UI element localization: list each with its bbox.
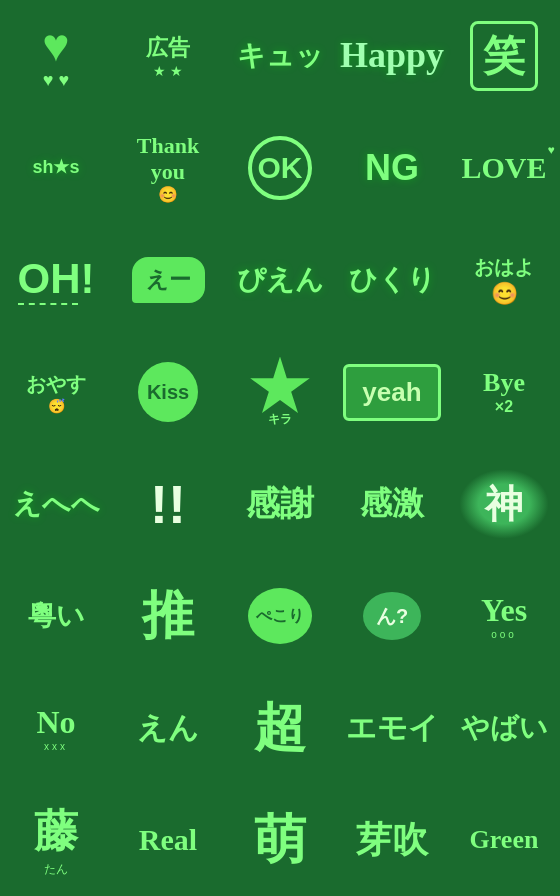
sticker-9[interactable]: NG — [336, 112, 448, 224]
sticker-33[interactable]: 超 — [224, 672, 336, 784]
sticker-19[interactable]: yeah — [336, 336, 448, 448]
sticker-40[interactable]: Green — [448, 784, 560, 896]
sticker-16[interactable]: おやす 😴 — [0, 336, 112, 448]
sticker-grid: ♥ ♥ ♥ 広告 ★ ★ キュッ Happy 笑 sh★s Thank you … — [0, 0, 560, 896]
sticker-17[interactable]: Kiss — [112, 336, 224, 448]
sticker-11[interactable]: OH! — [0, 224, 112, 336]
sticker-27[interactable]: 推 — [112, 560, 224, 672]
sticker-28[interactable]: ぺこり — [224, 560, 336, 672]
sticker-2[interactable]: 広告 ★ ★ — [112, 0, 224, 112]
sticker-23[interactable]: 感謝 — [224, 448, 336, 560]
sticker-34[interactable]: エモイ — [336, 672, 448, 784]
sticker-24[interactable]: 感激 — [336, 448, 448, 560]
sticker-35[interactable]: やばい — [448, 672, 560, 784]
sticker-1[interactable]: ♥ ♥ ♥ — [0, 0, 112, 112]
sticker-39[interactable]: 芽吹 — [336, 784, 448, 896]
sticker-26[interactable]: 粵い — [0, 560, 112, 672]
sticker-13[interactable]: ぴえん — [224, 224, 336, 336]
sticker-31[interactable]: No xxx — [0, 672, 112, 784]
sticker-18[interactable]: キラ — [224, 336, 336, 448]
sticker-7[interactable]: Thank you 😊 — [112, 112, 224, 224]
sticker-14[interactable]: ひくり — [336, 224, 448, 336]
sticker-20[interactable]: Bye ×2 — [448, 336, 560, 448]
sticker-22[interactable]: !! — [112, 448, 224, 560]
sticker-10[interactable]: LOVE ♥ — [448, 112, 560, 224]
sticker-29[interactable]: ん? — [336, 560, 448, 672]
sticker-30[interactable]: Yes ooo — [448, 560, 560, 672]
sticker-5[interactable]: 笑 — [448, 0, 560, 112]
sticker-38[interactable]: 萌 — [224, 784, 336, 896]
sticker-6[interactable]: sh★s — [0, 112, 112, 224]
sticker-25[interactable]: 神 — [448, 448, 560, 560]
sticker-21[interactable]: えへへ — [0, 448, 112, 560]
sticker-36[interactable]: 藤 たん — [0, 784, 112, 896]
sticker-4[interactable]: Happy — [336, 0, 448, 112]
sticker-3[interactable]: キュッ — [224, 0, 336, 112]
sticker-37[interactable]: Real — [112, 784, 224, 896]
sticker-12[interactable]: えー — [112, 224, 224, 336]
sticker-8[interactable]: OK — [224, 112, 336, 224]
sticker-32[interactable]: えん — [112, 672, 224, 784]
sticker-15[interactable]: おはよ 😊 — [448, 224, 560, 336]
